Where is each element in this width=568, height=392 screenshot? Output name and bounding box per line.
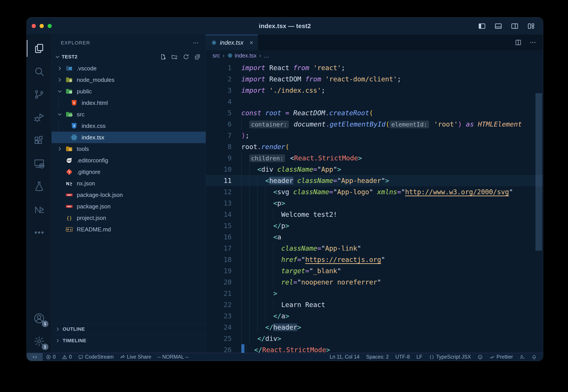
code-line-23[interactable]: 23</a> xyxy=(206,310,543,322)
panel-timeline[interactable]: TIMELINE xyxy=(52,335,206,346)
code-line-7[interactable]: 7); xyxy=(206,130,543,141)
tree-item-package-json[interactable]: npmpackage.json xyxy=(52,201,206,212)
tree-item-package-lock-json[interactable]: npmpackage-lock.json xyxy=(52,189,206,201)
tree-item-tools[interactable]: tools xyxy=(52,143,206,155)
code-line-3[interactable]: 3import './index.css'; xyxy=(206,85,543,96)
code-line-19[interactable]: 19target="_blank" xyxy=(206,265,543,277)
code-line-26[interactable]: 26</React.StrictMode> xyxy=(206,344,543,353)
project-section-header[interactable]: TEST2 xyxy=(52,51,206,63)
close-icon[interactable] xyxy=(249,40,254,46)
breadcrumb-item-index-tsx[interactable]: index.tsx xyxy=(227,52,257,59)
more-actions-icon[interactable] xyxy=(529,39,536,46)
tree-item-readme-md[interactable]: README.md xyxy=(52,224,206,235)
code-line-12[interactable]: 12<svg className="App-logo" xmlns="http:… xyxy=(206,186,543,197)
tree-item-src[interactable]: src xyxy=(52,109,206,120)
code-line-15[interactable]: 15</p> xyxy=(206,220,543,231)
code-line-5[interactable]: 5const root = ReactDOM.createRoot( xyxy=(206,107,543,119)
line-number: 21 xyxy=(206,288,241,299)
activity-extensions[interactable] xyxy=(27,129,52,152)
activity-remote-explorer[interactable] xyxy=(27,152,52,175)
tree-item-gitignore[interactable]: .gitignore xyxy=(52,166,206,178)
status-remote-indicator[interactable] xyxy=(27,353,43,361)
code-line-10[interactable]: 10<div className="App"> xyxy=(206,164,543,175)
activity-more-views[interactable] xyxy=(27,221,52,244)
status-prettier[interactable]: Prettier xyxy=(489,353,513,361)
code-editor[interactable]: 1import React from 'react';2import React… xyxy=(206,61,543,353)
line-content: children: <React.StrictMode> xyxy=(241,153,543,164)
tree-item-project-json[interactable]: {}project.json xyxy=(52,212,206,224)
explorer-more-icon[interactable] xyxy=(193,40,199,46)
code-line-2[interactable]: 2import ReactDOM from 'react-dom/client'… xyxy=(206,73,543,85)
activity-settings[interactable]: 1 xyxy=(27,330,52,353)
status-feedback[interactable] xyxy=(520,353,525,361)
line-number: 22 xyxy=(206,299,241,310)
code-line-18[interactable]: 18href="https://reactjs.org" xyxy=(206,254,543,265)
status-language-mode[interactable]: TypeScript JSX xyxy=(429,353,471,361)
code-line-24[interactable]: 24</header> xyxy=(206,322,543,333)
activity-run-debug[interactable] xyxy=(27,106,52,129)
collapse-all-icon[interactable] xyxy=(194,54,201,60)
chevron-spacer xyxy=(57,203,65,210)
code-line-20[interactable]: 20rel="noopener noreferrer" xyxy=(206,277,543,288)
layout-panel-bottom-icon[interactable] xyxy=(494,22,502,30)
new-file-icon[interactable] xyxy=(160,54,166,60)
status-live-share[interactable]: Live Share xyxy=(117,353,154,361)
new-folder-icon[interactable] xyxy=(171,54,178,60)
code-line-1[interactable]: 1import React from 'react'; xyxy=(206,62,543,73)
status-eol[interactable]: LF xyxy=(416,353,422,361)
testing-icon xyxy=(33,181,45,192)
code-line-4[interactable]: 4 xyxy=(206,96,543,107)
activity-explorer[interactable] xyxy=(27,37,52,60)
status-indentation[interactable]: Spaces: 2 xyxy=(366,353,389,361)
breadcrumb-item-src[interactable]: src xyxy=(213,52,220,59)
code-line-13[interactable]: 13<p> xyxy=(206,197,543,209)
code-line-25[interactable]: 25</div> xyxy=(206,333,543,344)
refresh-icon[interactable] xyxy=(183,54,189,60)
split-editor-icon[interactable] xyxy=(515,39,522,46)
line-number: 23 xyxy=(206,310,241,322)
tree-item-node-modules[interactable]: JSnode_modules xyxy=(52,74,206,86)
zoom-button[interactable] xyxy=(48,24,52,28)
activity-nx-console[interactable] xyxy=(27,198,52,221)
layout-grid-icon[interactable] xyxy=(527,22,535,30)
status-vim-mode[interactable]: -- NORMAL -- xyxy=(154,353,192,361)
tree-item-vscode[interactable]: .vscode xyxy=(52,63,206,74)
code-line-14[interactable]: 14Welcome test2! xyxy=(206,209,543,220)
activity-search[interactable] xyxy=(27,60,52,83)
tree-item-index-css[interactable]: 3index.css xyxy=(52,120,206,132)
activity-source-control[interactable] xyxy=(27,83,52,106)
code-line-21[interactable]: 21> xyxy=(206,288,543,299)
tree-item-nx-json[interactable]: Nnx.json xyxy=(52,178,206,189)
activity-testing[interactable] xyxy=(27,175,52,198)
code-line-6[interactable]: 6container: document.getElementById(elem… xyxy=(206,119,543,130)
close-button[interactable] xyxy=(32,24,36,28)
status-warnings[interactable]: 0 xyxy=(59,353,75,361)
code-line-16[interactable]: 16<a xyxy=(206,231,543,243)
panel-outline[interactable]: OUTLINE xyxy=(52,323,206,335)
tree-item-editorconfig[interactable]: .editorconfig xyxy=(52,155,206,166)
minimize-button[interactable] xyxy=(40,24,44,28)
tab-index-tsx[interactable]: index.tsx xyxy=(206,35,258,50)
status-github[interactable] xyxy=(478,353,483,361)
status-notifications[interactable] xyxy=(531,353,537,361)
line-content: target="_blank" xyxy=(241,265,543,277)
code-line-17[interactable]: 17className="App-link" xyxy=(206,243,543,254)
status-errors[interactable]: 0 xyxy=(43,353,59,361)
vertical-scrollbar[interactable] xyxy=(536,93,542,251)
breadcrumb-item-more[interactable]: … xyxy=(264,52,269,59)
tree-item-index-html[interactable]: 5index.html xyxy=(52,97,206,109)
layout-sidebar-right-icon[interactable] xyxy=(511,22,519,30)
status-codestream[interactable]: CodeStream xyxy=(75,353,117,361)
layout-sidebar-left-icon[interactable] xyxy=(478,22,486,30)
tree-item-index-tsx[interactable]: index.tsx xyxy=(52,132,206,143)
code-line-11[interactable]: 11<header className="App-header"> xyxy=(206,175,543,186)
activity-accounts[interactable]: 1 xyxy=(27,307,52,330)
status-encoding[interactable]: UTF-8 xyxy=(395,353,410,361)
status-cursor-position[interactable]: Ln 11, Col 14 xyxy=(330,353,360,361)
code-line-22[interactable]: 22Learn React xyxy=(206,299,543,310)
chevron-spacer xyxy=(57,226,65,233)
tree-item-public[interactable]: public xyxy=(52,86,206,97)
code-line-9[interactable]: 9children: <React.StrictMode> xyxy=(206,153,543,164)
line-content: Learn React xyxy=(241,299,543,310)
code-line-8[interactable]: 8root.render( xyxy=(206,141,543,153)
